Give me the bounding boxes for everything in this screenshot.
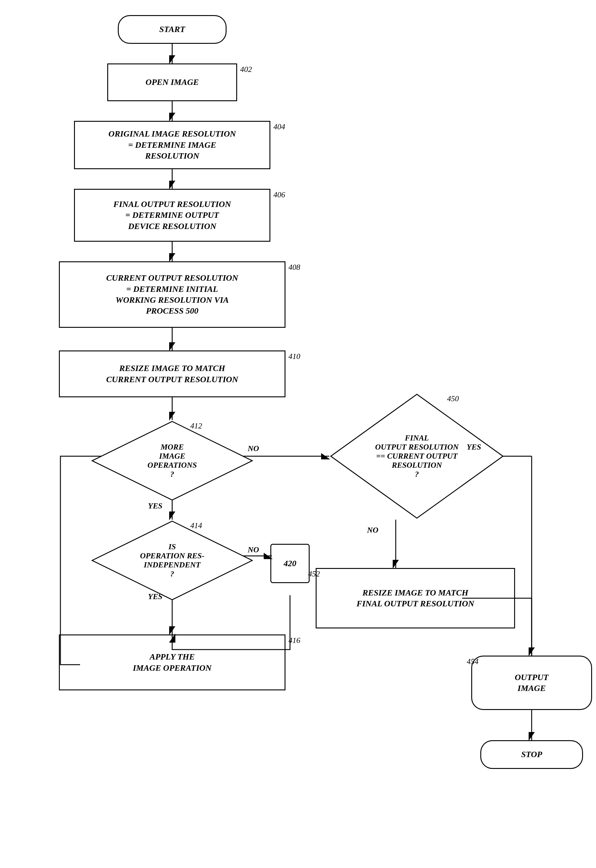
ref-408: 408: [289, 263, 300, 272]
label-450-no: NO: [367, 526, 379, 535]
node-402-label: OPEN IMAGE: [146, 77, 199, 88]
ref-454: 454: [467, 657, 478, 666]
stop-label: STOP: [521, 749, 542, 760]
node-454-label: OUTPUT IMAGE: [515, 672, 549, 694]
node-414-label: IS OPERATION RES- INDEPENDENT ?: [140, 542, 204, 579]
node-408-label: CURRENT OUTPUT RESOLUTION = DETERMINE IN…: [106, 273, 238, 317]
ref-410: 410: [289, 352, 300, 361]
ref-412: 412: [190, 421, 202, 431]
node-420: 420: [270, 544, 310, 583]
node-406: FINAL OUTPUT RESOLUTION = DETERMINE OUTP…: [74, 189, 270, 242]
ref-450: 450: [447, 394, 459, 403]
label-412-yes: YES: [148, 502, 162, 511]
label-450-yes: YES: [467, 443, 481, 452]
node-404: ORIGINAL IMAGE RESOLUTION = DETERMINE IM…: [74, 121, 270, 169]
ref-404: 404: [273, 123, 285, 131]
node-420-label: 420: [284, 558, 297, 569]
node-410: RESIZE IMAGE TO MATCH CURRENT OUTPUT RES…: [59, 350, 285, 397]
node-450-label: FINAL OUTPUT RESOLUTION == CURRENT OUTPU…: [375, 434, 459, 479]
node-452-label: RESIZE IMAGE TO MATCH FINAL OUTPUT RESOL…: [357, 588, 474, 610]
label-414-yes: YES: [148, 592, 162, 601]
start-label: START: [159, 24, 185, 35]
node-402: OPEN IMAGE: [107, 63, 237, 101]
stop-node: STOP: [480, 740, 583, 769]
node-452: RESIZE IMAGE TO MATCH FINAL OUTPUT RESOL…: [316, 568, 515, 629]
start-node: START: [118, 15, 227, 44]
ref-402: 402: [240, 65, 252, 74]
ref-452: 452: [308, 570, 320, 579]
node-412-label: MORE IMAGE OPERATIONS ?: [148, 443, 197, 479]
ref-406: 406: [273, 190, 285, 199]
node-408: CURRENT OUTPUT RESOLUTION = DETERMINE IN…: [59, 261, 285, 328]
node-406-label: FINAL OUTPUT RESOLUTION = DETERMINE OUTP…: [113, 199, 231, 232]
node-450-container: FINAL OUTPUT RESOLUTION == CURRENT OUTPU…: [329, 393, 505, 520]
node-410-label: RESIZE IMAGE TO MATCH CURRENT OUTPUT RES…: [106, 363, 238, 385]
node-414-container: IS OPERATION RES- INDEPENDENT ?: [91, 520, 254, 601]
node-404-label: ORIGINAL IMAGE RESOLUTION = DETERMINE IM…: [108, 128, 236, 161]
ref-416: 416: [289, 636, 300, 645]
node-454: OUTPUT IMAGE: [471, 655, 592, 710]
label-412-no: NO: [248, 444, 259, 453]
node-416-label: APPLY THE IMAGE OPERATION: [133, 651, 212, 673]
node-416: APPLY THE IMAGE OPERATION: [59, 635, 285, 690]
label-414-no: NO: [248, 545, 259, 554]
ref-414: 414: [190, 521, 202, 530]
flowchart-diagram: START OPEN IMAGE 402 ORIGINAL IMAGE RESO…: [0, 0, 596, 868]
node-412-container: MORE IMAGE OPERATIONS ?: [91, 420, 254, 502]
